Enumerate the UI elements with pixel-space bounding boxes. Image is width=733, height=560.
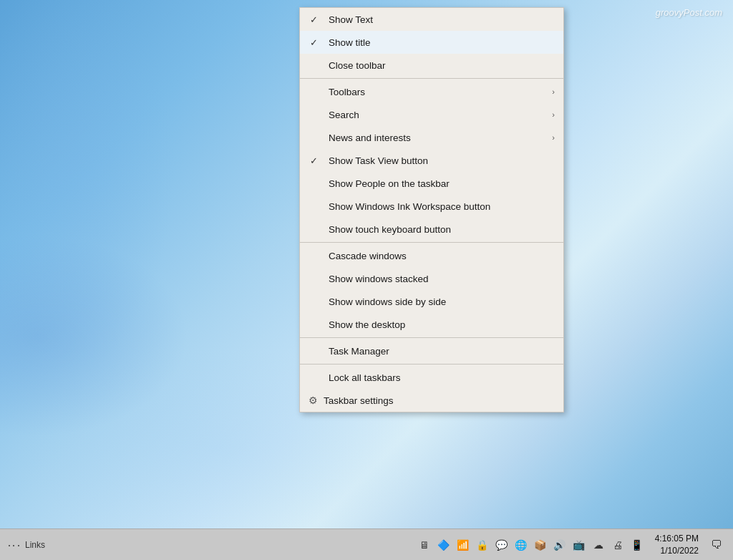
menu-item-label: Task Manager: [329, 346, 555, 357]
taskbar-right: 4:16:05 PM 1/10/2022 🗨: [651, 529, 733, 561]
taskbar-dots[interactable]: ⋮: [4, 539, 25, 550]
computer-icon[interactable]: 🖥: [417, 537, 432, 553]
checkmark-icon: ✓: [310, 37, 318, 48]
menu-separator: [300, 242, 563, 243]
menu-separator: [300, 364, 563, 365]
menu-item-windows-ink[interactable]: Show Windows Ink Workspace button: [300, 195, 563, 218]
checkmark-icon: ✓: [310, 155, 318, 166]
taskbar-system-icons: 🖥🔷📶🔒💬🌐📦🔊📺☁🖨📱: [411, 537, 651, 553]
menu-item-label: Show Windows Ink Workspace button: [329, 201, 555, 212]
menu-item-label: Show the desktop: [329, 319, 555, 330]
submenu-arrow-icon: ›: [552, 133, 555, 142]
display-icon[interactable]: 📺: [571, 537, 587, 553]
volume-icon[interactable]: 🔊: [552, 537, 568, 553]
clock-time: 4:16:05 PM: [655, 533, 699, 545]
menu-item-show-text[interactable]: ✓Show Text: [300, 8, 563, 31]
menu-item-label: Show Task View button: [329, 155, 555, 166]
menu-item-desktop[interactable]: Show the desktop: [300, 313, 563, 336]
menu-item-lock-taskbars[interactable]: Lock all taskbars: [300, 366, 563, 389]
menu-item-label: Show People on the taskbar: [329, 178, 555, 189]
menu-item-label: Toolbars: [329, 87, 552, 97]
menu-item-label: Show Text: [329, 14, 555, 25]
checkmark-icon: ✓: [310, 14, 318, 25]
menu-item-news-interests[interactable]: News and interests›: [300, 126, 563, 149]
context-menu: ✓Show Text✓Show titleClose toolbarToolba…: [299, 7, 564, 412]
menu-separator: [300, 78, 563, 79]
menu-item-label: Search: [329, 110, 552, 120]
lock-icon[interactable]: 🔒: [475, 537, 490, 553]
menu-item-label: Lock all taskbars: [329, 372, 555, 383]
menu-item-side-by-side[interactable]: Show windows side by side: [300, 290, 563, 313]
menu-item-taskbar-settings[interactable]: ⚙Taskbar settings: [300, 389, 563, 412]
wifi-icon[interactable]: 📶: [455, 537, 471, 553]
desktop: groovyPost.com ✓Show Text✓Show titleClos…: [0, 0, 733, 560]
submenu-arrow-icon: ›: [552, 110, 555, 119]
taskbar-left: ⋮ Links: [0, 539, 411, 550]
menu-item-cascade[interactable]: Cascade windows: [300, 244, 563, 267]
menu-item-touch-keyboard[interactable]: Show touch keyboard button: [300, 218, 563, 241]
mobile-icon[interactable]: 📱: [629, 537, 645, 553]
menu-item-label: Show windows side by side: [329, 296, 555, 307]
menu-item-close-toolbar[interactable]: Close toolbar: [300, 54, 563, 77]
links-label: Links: [25, 540, 51, 550]
menu-item-label: Cascade windows: [329, 251, 555, 261]
menu-item-stacked[interactable]: Show windows stacked: [300, 267, 563, 290]
menu-item-people[interactable]: Show People on the taskbar: [300, 172, 563, 195]
package-icon[interactable]: 📦: [533, 537, 548, 553]
menu-item-label: Taskbar settings: [324, 395, 555, 406]
globe-icon[interactable]: 🌐: [513, 537, 529, 553]
menu-item-toolbars[interactable]: Toolbars›: [300, 80, 563, 103]
cloud-icon[interactable]: ☁: [591, 537, 606, 553]
menu-item-task-manager[interactable]: Task Manager: [300, 339, 563, 362]
menu-item-label: Show windows stacked: [329, 274, 555, 284]
menu-item-task-view[interactable]: ✓Show Task View button: [300, 149, 563, 172]
menu-separator: [300, 337, 563, 338]
chat-icon[interactable]: 💬: [494, 537, 510, 553]
menu-item-search[interactable]: Search›: [300, 103, 563, 126]
gear-icon: ⚙: [309, 395, 318, 406]
bluetooth-icon[interactable]: 🔷: [436, 537, 452, 553]
submenu-arrow-icon: ›: [552, 87, 555, 96]
menu-item-label: Show title: [329, 37, 555, 48]
taskbar: ⋮ Links 🖥🔷📶🔒💬🌐📦🔊📺☁🖨📱 4:16:05 PM 1/10/202…: [0, 528, 733, 560]
clock-date: 1/10/2022: [655, 545, 699, 557]
menu-item-show-title[interactable]: ✓Show title: [300, 31, 563, 54]
system-clock[interactable]: 4:16:05 PM 1/10/2022: [651, 533, 703, 557]
menu-item-label: Show touch keyboard button: [329, 224, 555, 235]
notification-button[interactable]: 🗨: [706, 529, 727, 561]
menu-item-label: News and interests: [329, 132, 552, 143]
menu-item-label: Close toolbar: [329, 60, 555, 71]
printer-icon[interactable]: 🖨: [610, 537, 626, 553]
watermark: groovyPost.com: [656, 7, 722, 18]
